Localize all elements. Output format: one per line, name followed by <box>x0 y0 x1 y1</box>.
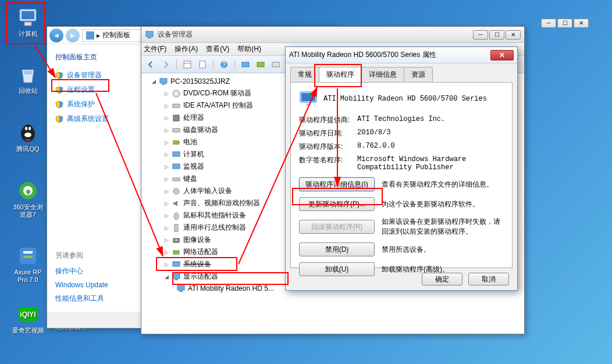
svg-point-4 <box>23 124 33 134</box>
link-performance[interactable]: 性能信息和工具 <box>47 291 139 306</box>
uninstall-button[interactable]: 卸载(U) <box>299 262 375 276</box>
details-desc: 查看有关驱动程序文件的详细信息。 <box>382 180 504 190</box>
device-name: ATI Mobility Radeon HD 5600/5700 Series <box>323 95 487 103</box>
tree-label: 人体学输入设备 <box>183 186 232 196</box>
link-action-center[interactable]: 操作中心 <box>47 264 139 279</box>
menu-file[interactable]: 文件(F) <box>144 44 166 54</box>
link-windows-update[interactable]: Windows Update <box>47 279 139 291</box>
nav-back-button[interactable]: ◄ <box>49 28 63 42</box>
tab-details[interactable]: 详细信息 <box>361 67 404 82</box>
signer-value: Microsoft Windows Hardware Compatibility… <box>357 155 504 172</box>
breadcrumb-text: 控制面板 <box>102 30 130 40</box>
sidebar-item-remote[interactable]: 远程设置 <box>47 83 139 97</box>
battery-icon <box>172 138 181 147</box>
menu-view[interactable]: 查看(V) <box>206 44 229 54</box>
svg-rect-40 <box>173 178 180 181</box>
shield-icon <box>55 101 63 109</box>
computer-icon <box>159 77 168 86</box>
tb-update[interactable] <box>255 59 266 70</box>
monitor-icon <box>172 162 181 172</box>
svg-rect-53 <box>301 93 315 101</box>
shield-icon <box>55 115 63 123</box>
minimize-button[interactable]: ─ <box>473 30 488 40</box>
rollback-driver-button[interactable]: 回滚驱动程序(R) <box>299 220 375 234</box>
minimize-button[interactable]: ─ <box>541 19 556 28</box>
tab-resources[interactable]: 资源 <box>404 67 433 82</box>
nav-forward-button[interactable]: ► <box>66 28 80 42</box>
window-title: 设备管理器 <box>158 30 473 40</box>
sidebar-item-device-manager[interactable]: 设备管理器 <box>47 68 139 83</box>
sidebar-item-advanced[interactable]: 高级系统设置 <box>47 112 139 126</box>
svg-text:e: e <box>26 187 30 195</box>
close-button[interactable]: ✕ <box>574 19 589 28</box>
desktop-icon-label: 爱奇艺视频 <box>10 327 45 334</box>
iqiyi-icon: iQIYI <box>16 302 40 326</box>
tb-back[interactable] <box>145 59 156 70</box>
close-button[interactable]: ✕ <box>506 30 521 40</box>
tree-label: 键盘 <box>183 174 197 184</box>
ok-button[interactable]: 确定 <box>422 273 462 286</box>
control-panel-icon <box>86 31 94 40</box>
desktop-icon-label: 计算机 <box>10 30 45 38</box>
update-driver-button[interactable]: 更新驱动程序(P)... <box>299 197 375 211</box>
tb-help[interactable]: ? <box>218 59 230 70</box>
close-button[interactable]: ✕ <box>490 50 514 60</box>
driver-details-button[interactable]: 驱动程序详细信息(I) <box>299 177 375 191</box>
cancel-button[interactable]: 取消 <box>468 273 509 286</box>
tree-label: 声音、视频和游戏控制器 <box>183 198 260 208</box>
tb-uninstall[interactable] <box>270 59 282 70</box>
keyboard-icon <box>172 174 181 184</box>
imaging-icon <box>172 235 181 245</box>
prop-titlebar: ATI Mobility Radeon HD 5600/5700 Series … <box>286 47 517 63</box>
tree-label: 通用串行总线控制器 <box>183 223 246 233</box>
menu-action[interactable]: 操作(A) <box>175 44 198 54</box>
svg-rect-24 <box>242 62 249 67</box>
date-label: 驱动程序日期: <box>299 129 357 138</box>
cp-sidebar-title: 控制面板主页 <box>47 50 139 68</box>
tree-label: PC-20150325JJRZ <box>170 77 230 85</box>
maximize-button[interactable]: ☐ <box>557 19 572 28</box>
device-manager-icon <box>145 30 154 40</box>
maximize-button[interactable]: ☐ <box>489 30 504 40</box>
svg-rect-46 <box>173 251 179 254</box>
ide-icon <box>172 101 181 110</box>
svg-rect-26 <box>272 62 279 67</box>
svg-rect-16 <box>86 31 94 40</box>
desktop-icon-iqiyi[interactable]: iQIYI 爱奇艺视频 <box>10 302 45 334</box>
menu-help[interactable]: 帮助(H) <box>237 44 261 54</box>
svg-rect-13 <box>23 256 33 258</box>
tab-general[interactable]: 常规 <box>290 67 319 82</box>
svg-text:?: ? <box>222 60 226 69</box>
svg-point-6 <box>29 127 31 130</box>
recycle-icon <box>16 63 40 86</box>
link-label: Windows Update <box>55 281 108 289</box>
svg-point-41 <box>173 188 179 194</box>
axure-icon <box>16 244 40 267</box>
desktop-icon-browser[interactable]: e 360安全浏览器7 <box>10 179 45 219</box>
desktop-icon-computer[interactable]: 计算机 <box>10 6 45 38</box>
desktop-icon-label: Axure RP Pro 7.0 <box>10 269 45 284</box>
svg-rect-37 <box>179 142 180 143</box>
svg-rect-48 <box>173 274 180 279</box>
tb-props[interactable] <box>197 59 208 70</box>
mouse-icon <box>172 211 181 220</box>
svg-point-7 <box>24 133 31 137</box>
properties-dialog: ATI Mobility Radeon HD 5600/5700 Series … <box>285 47 518 291</box>
desktop-icon-recycle[interactable]: 回收站 <box>10 63 45 95</box>
date-value: 2010/8/3 <box>357 129 504 138</box>
sidebar-item-protection[interactable]: 系统保护 <box>47 97 139 112</box>
tab-driver[interactable]: 驱动程序 <box>319 67 362 82</box>
cpu-icon <box>172 113 181 123</box>
disable-button[interactable]: 禁用(D) <box>299 242 375 256</box>
svg-rect-29 <box>160 78 167 83</box>
dvd-icon <box>172 89 181 98</box>
tb-forward[interactable] <box>160 59 172 70</box>
tb-view[interactable] <box>182 59 193 70</box>
desktop-icon-qq[interactable]: 腾讯QQ <box>10 121 45 153</box>
dm-titlebar: 设备管理器 ─ ☐ ✕ <box>141 27 524 43</box>
desktop-icon-axure[interactable]: Axure RP Pro 7.0 <box>10 244 45 284</box>
tb-scan[interactable] <box>240 59 251 70</box>
tree-label: 电池 <box>183 137 197 147</box>
see-also-heading: 另请参阅 <box>47 242 139 264</box>
svg-point-5 <box>25 127 27 130</box>
